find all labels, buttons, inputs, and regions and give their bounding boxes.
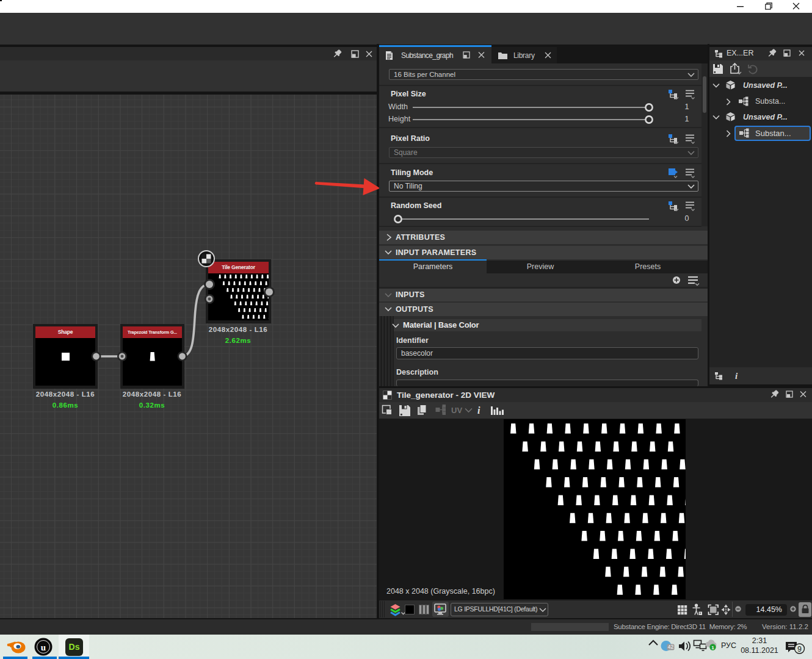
svg-text:1: 1 [711, 645, 714, 650]
svg-text:UV: UV [451, 406, 462, 415]
svg-text:i: i [477, 405, 480, 416]
svg-text:42: 42 [668, 644, 674, 650]
svg-text:u: u [41, 643, 46, 652]
svg-text:9: 9 [797, 645, 802, 654]
